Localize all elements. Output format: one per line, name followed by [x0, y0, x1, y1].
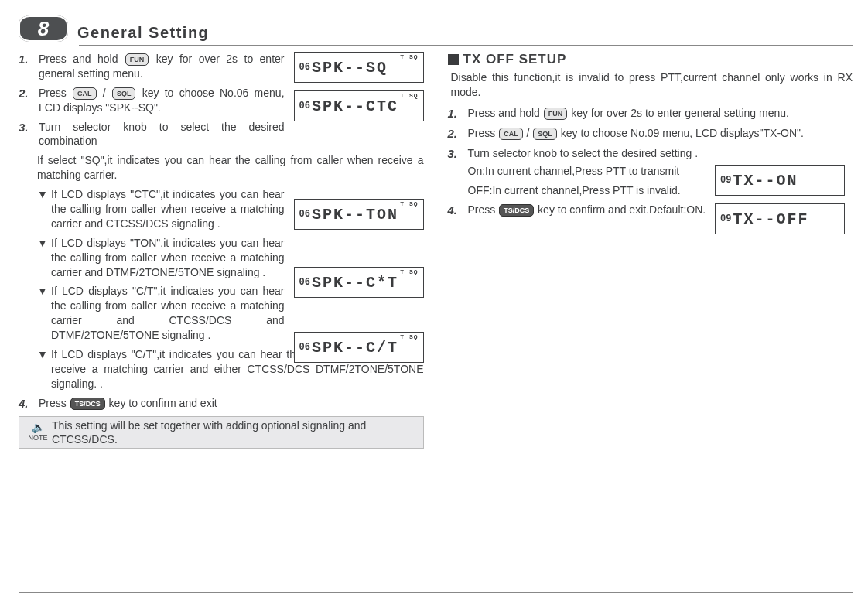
left-step-3: 3. Turn selector knob to select the desi… — [19, 120, 424, 149]
step-num: 1. — [448, 106, 468, 121]
key-sql: SQL — [112, 87, 136, 100]
lcd-tx-on: 09 TX--ON — [715, 165, 845, 196]
key-fun: FUN — [544, 108, 568, 120]
header-rule — [79, 45, 853, 46]
key-tsdcs: TS/DCS — [70, 398, 105, 410]
bullet-marker: ▼ — [37, 284, 51, 343]
left-step-4: 4. Press TS/DCS key to confirm and exit — [19, 396, 424, 411]
lcd-spk-ct: 06 SPK--C/T T SQ — [294, 332, 424, 363]
page-title: General Setting — [77, 24, 209, 42]
section-header: TX OFF SETUP — [448, 52, 853, 67]
step-num: 1. — [19, 52, 39, 81]
page-header: 8 General Setting — [19, 15, 853, 46]
key-sql: SQL — [533, 128, 557, 140]
note-box: 🔈 NOTE This setting will be set together… — [19, 416, 424, 449]
left-para-sq: If select "SQ",it indicates you can hear… — [37, 153, 424, 183]
section-intro: Disable this function,it is invalid to p… — [451, 70, 853, 100]
step-num: 4. — [448, 203, 468, 218]
step-num: 3. — [19, 120, 39, 149]
right-step-1: 1. Press and hold FUN key for over 2s to… — [448, 106, 853, 121]
key-cal: CAL — [499, 128, 523, 140]
lcd-spk-ctc: 06 SPK--CTC T SQ — [294, 90, 424, 121]
step-num: 2. — [19, 86, 39, 115]
bullet-marker: ▼ — [37, 347, 51, 391]
bullet-marker: ▼ — [37, 236, 51, 280]
step-num: 3. — [448, 146, 468, 198]
page-number-tab: 8 — [19, 15, 68, 42]
lcd-spk-ton: 06 SPK--TON T SQ — [294, 199, 424, 230]
bullet-marker: ▼ — [37, 187, 51, 231]
lcd-tx-off: 09 TX--OFF — [715, 203, 845, 234]
note-icon: 🔈 NOTE — [24, 420, 52, 443]
step-num: 2. — [448, 126, 468, 142]
section-title: TX OFF SETUP — [463, 52, 567, 67]
footer-rule — [19, 592, 853, 593]
section-box-icon — [448, 54, 459, 65]
note-text: This setting will be set together with a… — [52, 418, 419, 446]
step-num: 4. — [19, 396, 39, 411]
right-column: 09 TX--ON 09 TX--OFF TX OFF SETUP Disabl… — [448, 52, 853, 588]
key-tsdcs: TS/DCS — [499, 204, 534, 217]
left-column: 06 SPK--SQ T SQ 06 SPK--CTC T SQ 06 SPK-… — [19, 52, 432, 588]
right-step-2: 2. Press CAL / SQL key to choose No.09 m… — [448, 126, 853, 142]
lcd-spk-cstart: 06 SPK--C*T T SQ — [294, 267, 424, 298]
key-fun: FUN — [125, 53, 149, 66]
key-cal: CAL — [73, 87, 97, 100]
lcd-spk-sq: 06 SPK--SQ T SQ — [294, 52, 424, 83]
